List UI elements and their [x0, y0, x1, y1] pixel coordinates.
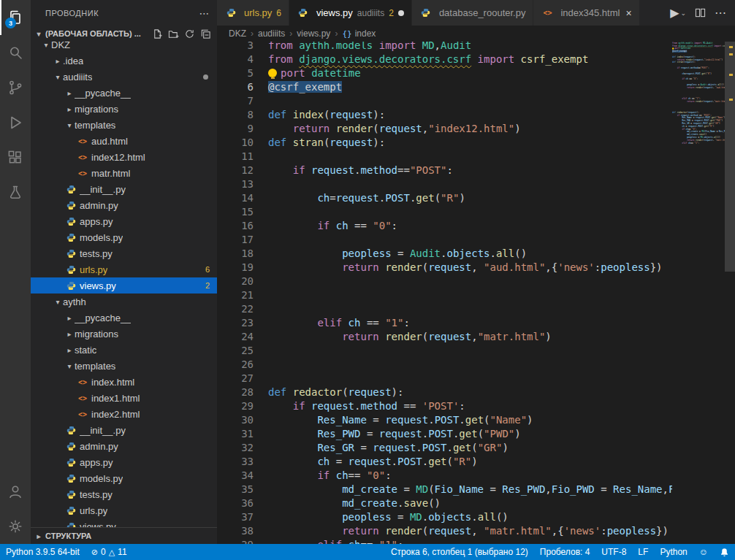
status-feedback[interactable]: ☺ — [693, 544, 714, 560]
code-line-16[interactable]: 16 if ch == "0": — [217, 219, 672, 233]
code-line-35[interactable]: 35 md_create = MD(Fio_Name = Res_PWD,Fio… — [217, 483, 672, 496]
vertical-scrollbar[interactable] — [725, 42, 735, 544]
code-line-23[interactable]: 23 elif ch == "1": — [217, 316, 672, 330]
tree-item-admin.py[interactable]: admin.py — [31, 438, 217, 454]
tree-item-aythh[interactable]: ▾aythh — [31, 294, 217, 310]
code-line-29[interactable]: 29 if request.method == 'POST': — [217, 399, 672, 413]
activity-source-control[interactable] — [0, 70, 31, 105]
run-python-file-button[interactable]: ▶ ⌄ — [670, 6, 686, 20]
code-line-17[interactable]: 17 — [217, 233, 672, 247]
tree-item-index2.html[interactable]: <>index2.html — [31, 406, 217, 422]
new-file-button[interactable] — [152, 28, 163, 39]
tree-item-index.html[interactable]: <>index.html — [31, 374, 217, 390]
tree-item-index1.html[interactable]: <>index1.html — [31, 390, 217, 406]
tree-item-models.py[interactable]: models.py — [31, 470, 217, 486]
tree-item-apps.py[interactable]: apps.py — [31, 454, 217, 470]
status-notifications[interactable] — [714, 544, 735, 560]
status-cursor-position[interactable]: Строка 6, столбец 1 (выбрано 12) — [385, 544, 534, 560]
lightbulb-icon[interactable] — [268, 69, 277, 77]
code-line-38[interactable]: 38 return render(request, "matr.html",{'… — [217, 524, 672, 538]
activity-testing[interactable] — [0, 175, 31, 210]
code-line-21[interactable]: 21 — [217, 288, 672, 302]
status-language-mode[interactable]: Python — [654, 544, 693, 560]
activity-account[interactable] — [0, 474, 31, 509]
tree-item-templates[interactable]: ▾templates — [31, 358, 217, 374]
code-line-31[interactable]: 31 Res_PWD = request.POST.get("PWD") — [217, 427, 672, 441]
tree-item-DKZ[interactable]: ▾DKZ — [31, 42, 217, 53]
refresh-button[interactable] — [184, 28, 195, 39]
tab-database_roouter.py[interactable]: database_roouter.py — [412, 0, 534, 26]
code-line-3[interactable]: 3from aythh.models import MD,Audit — [217, 42, 672, 53]
breadcrumb-item-audiiits[interactable]: audiiits — [258, 28, 285, 39]
tree-item-matr.html[interactable]: <>matr.html — [31, 165, 217, 181]
collapse-folders-button[interactable] — [200, 28, 211, 39]
status-encoding[interactable]: UTF-8 — [595, 544, 632, 560]
close-icon[interactable]: × — [624, 7, 631, 19]
code-line-5[interactable]: 5port datetime — [217, 66, 672, 80]
code-line-4[interactable]: 4from django.views.decorators.csrf impor… — [217, 53, 672, 66]
tree-item-views.py[interactable]: views.py — [31, 518, 217, 527]
code-line-26[interactable]: 26 — [217, 358, 672, 372]
tree-item-.idea[interactable]: ▸.idea — [31, 53, 217, 69]
code-line-30[interactable]: 30 Res_Name = request.POST.get("Name") — [217, 413, 672, 427]
code-line-37[interactable]: 37 peopless = MD.objects.all() — [217, 510, 672, 524]
code-line-20[interactable]: 20 — [217, 275, 672, 288]
split-editor-button[interactable] — [695, 7, 706, 18]
code-line-36[interactable]: 36 md_create.save() — [217, 496, 672, 510]
tree-item-admin.py[interactable]: admin.py — [31, 197, 217, 213]
new-folder-button[interactable] — [168, 28, 179, 39]
code-line-15[interactable]: 15 — [217, 205, 672, 219]
tree-item-__pycache__[interactable]: ▸__pycache__ — [31, 310, 217, 326]
tree-item-migrations[interactable]: ▸migrations — [31, 101, 217, 117]
tree-item-index12.html[interactable]: <>index12.html — [31, 149, 217, 165]
outline-section-header[interactable]: ▸ СТРУКТУРА — [31, 527, 217, 544]
tree-item-__init__.py[interactable]: __init__.py — [31, 181, 217, 197]
tree-item-migrations[interactable]: ▸migrations — [31, 326, 217, 342]
tab-index345.html[interactable]: <>index345.html× — [533, 0, 639, 26]
code-line-28[interactable]: 28def redactor(request): — [217, 386, 672, 399]
more-actions-button[interactable]: ⋯ — [715, 6, 726, 20]
code-line-12[interactable]: 12 if request.method=="POST": — [217, 164, 672, 177]
tree-item-tests.py[interactable]: tests.py — [31, 486, 217, 502]
status-indentation[interactable]: Пробелов: 4 — [534, 544, 596, 560]
code-line-6[interactable]: 6@csrf_exempt — [217, 80, 672, 94]
activity-search[interactable] — [0, 35, 31, 70]
tab-views.py[interactable]: views.pyaudiiits2 — [289, 0, 412, 26]
code-line-24[interactable]: 24 return render(request,"matr.html") — [217, 330, 672, 344]
activity-explorer[interactable]: 3 — [0, 0, 31, 35]
tree-item-urls.py[interactable]: urls.py — [31, 502, 217, 518]
code-line-25[interactable]: 25 — [217, 344, 672, 358]
activity-extensions[interactable] — [0, 140, 31, 175]
code-line-9[interactable]: 9 return render(request,"index12.html") — [217, 122, 672, 136]
code-line-7[interactable]: 7 — [217, 94, 672, 108]
code-line-34[interactable]: 34 if ch== "0": — [217, 469, 672, 483]
tree-item-audiiits[interactable]: ▾audiiits — [31, 69, 217, 85]
code-line-10[interactable]: 10def stran(request): — [217, 136, 672, 150]
code-line-13[interactable]: 13 — [217, 177, 672, 191]
code-line-32[interactable]: 32 Res_GR = request.POST.get("GR") — [217, 441, 672, 455]
activity-settings[interactable] — [0, 509, 31, 544]
minimap[interactable]: from aythh.models import MD,Auditfrom dj… — [672, 42, 725, 544]
tab-urls.py[interactable]: urls.py6 — [217, 0, 289, 26]
code-line-18[interactable]: 18 peopless = Audit.objects.all() — [217, 247, 672, 261]
scrollbar-slider[interactable] — [725, 42, 735, 272]
workspace-section-header[interactable]: ▾ (РАБОЧАЯ ОБЛАСТЬ) ... — [31, 26, 217, 42]
tree-item-views.py[interactable]: views.py2 — [31, 277, 217, 294]
tree-item-models.py[interactable]: models.py — [31, 229, 217, 245]
tree-item-__init__.py[interactable]: __init__.py — [31, 422, 217, 438]
tree-item-urls.py[interactable]: urls.py6 — [31, 261, 217, 277]
tree-item-templates[interactable]: ▾templates — [31, 117, 217, 133]
breadcrumb-item-views.py[interactable]: views.py — [297, 28, 330, 39]
code-line-14[interactable]: 14 ch=request.POST.get("R") — [217, 191, 672, 205]
tree-item-aud.html[interactable]: <>aud.html — [31, 133, 217, 149]
tree-item-static[interactable]: ▸static — [31, 342, 217, 358]
code-line-8[interactable]: 8def index(request): — [217, 108, 672, 122]
breadcrumb-item-index[interactable]: {}index — [342, 28, 376, 39]
status-problems[interactable]: ⊘0△11 — [85, 544, 133, 560]
tree-item-__pycache__[interactable]: ▸__pycache__ — [31, 85, 217, 101]
tree-item-tests.py[interactable]: tests.py — [31, 245, 217, 261]
status-python-interpreter[interactable]: Python 3.9.5 64-bit — [0, 544, 85, 560]
activity-run-debug[interactable] — [0, 105, 31, 140]
code-line-22[interactable]: 22 — [217, 302, 672, 316]
lightbulb-icon[interactable] — [672, 47, 674, 49]
